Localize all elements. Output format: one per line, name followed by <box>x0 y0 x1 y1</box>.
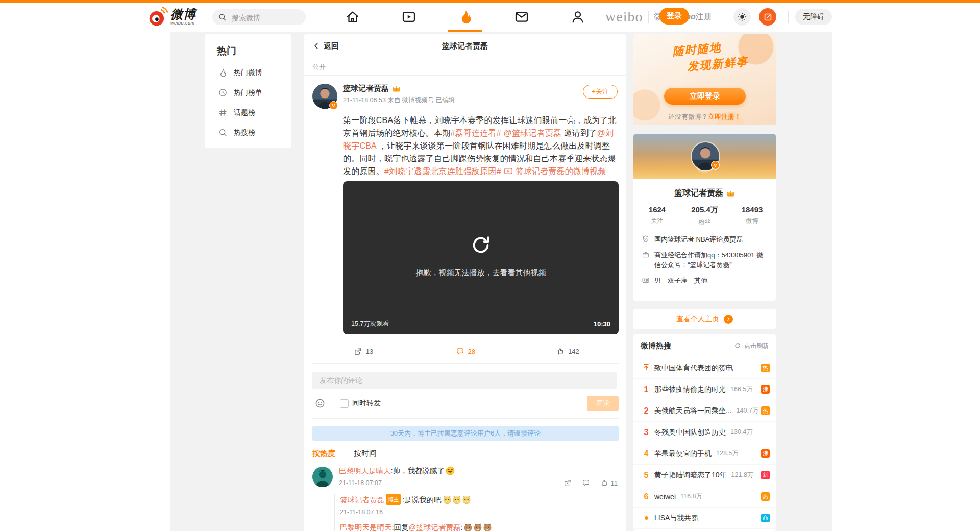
tab-sort-1[interactable]: 按时间 <box>354 449 377 458</box>
video-tab-icon[interactable] <box>401 9 416 25</box>
like-icon <box>556 347 565 356</box>
search-input[interactable] <box>231 9 304 26</box>
video-view-count: 15.7万次观看 <box>351 320 389 328</box>
search-icon <box>218 128 228 137</box>
hot-badge: 沸 <box>761 385 770 394</box>
tab-sort-0[interactable]: 按热度 <box>312 449 335 458</box>
repost-checkbox[interactable] <box>340 399 349 408</box>
hot-search-title-text: 黄子韬陆询暗恋了10年 <box>654 471 727 480</box>
refresh-button[interactable]: 点击刷新 <box>734 342 769 350</box>
hot-search-rank: 2 <box>640 406 653 416</box>
theme-toggle-button[interactable] <box>733 8 751 26</box>
sidebar-menu: 热门微博热门榜单话题榜热搜榜 <box>205 63 291 142</box>
hot-search-item[interactable]: LISA与我共冕商 <box>633 508 776 529</box>
post-link[interactable]: #刘晓宇透露北京连胜强敌原因# <box>384 167 501 176</box>
hot-badge: 热 <box>761 364 770 372</box>
home-tab-icon[interactable] <box>345 9 360 25</box>
hot-search-item[interactable]: 7 谢谢谢霆锋108万新 <box>633 529 776 531</box>
banner-login-button[interactable]: 立即登录 <box>664 88 746 105</box>
comment-like-count: 11 <box>611 479 618 487</box>
back-button[interactable]: 返回 <box>312 41 339 51</box>
hot-search-item[interactable]: 3 冬残奥中国队创造历史130.4万 <box>633 422 776 443</box>
sidebar-item-topic-board[interactable]: 话题榜 <box>205 103 291 123</box>
register-link[interactable]: 立即注册！ <box>708 113 741 120</box>
logo-domain: weibo.com <box>170 21 196 26</box>
post-link[interactable]: @篮球记者贾磊 <box>503 129 561 137</box>
hot-search-item[interactable]: 5 黄子韬陆询暗恋了10年121.8万新 <box>633 465 776 486</box>
hot-search-title-text: 苹果最便宜的手机 <box>654 449 712 458</box>
comment-action[interactable]: 28 <box>414 347 517 356</box>
hot-badge: 商 <box>761 514 770 522</box>
profile-stat-微博[interactable]: 18493微博 <box>728 205 776 226</box>
cat-emoji-icon <box>473 523 482 531</box>
briefcase-icon <box>642 251 650 259</box>
laugh-emoji-icon <box>445 466 454 475</box>
accessibility-button[interactable]: 无障碍 <box>795 9 832 25</box>
share-action[interactable]: 13 <box>312 347 414 356</box>
sidebar-item-hot-search-board[interactable]: 热搜榜 <box>205 123 291 142</box>
messages-tab-icon[interactable] <box>514 9 529 25</box>
post-author-name[interactable]: 篮球记者贾磊 <box>343 84 389 93</box>
comment-username[interactable]: 巴黎明天是晴天 <box>340 523 392 531</box>
hot-search-item[interactable]: 致中国体育代表团的贺电热 <box>633 357 776 379</box>
hot-search-item[interactable]: 1 那些被疫情偷走的时光166.5万沸 <box>633 379 776 400</box>
comment-username[interactable]: 巴黎明天是晴天 <box>339 467 391 475</box>
hot-badge: 热 <box>761 406 770 415</box>
hot-search-rank <box>640 516 653 520</box>
post-timestamp: 21-11-18 06:53 来自 微博视频号 已编辑 <box>343 96 619 105</box>
video-link-icon <box>503 167 513 175</box>
comment-submit-button[interactable]: 评论 <box>587 396 619 411</box>
verified-badge-icon: V <box>329 101 338 110</box>
sidebar-item-hot-board[interactable]: 热门榜单 <box>205 83 291 103</box>
sidebar: 热门 热门微博热门榜单话题榜热搜榜 <box>205 34 291 148</box>
hot-search-count: 121.8万 <box>731 471 754 479</box>
profile-name[interactable]: 篮球记者贾磊 <box>674 188 723 199</box>
hot-search-title-text: LISA与我共冕 <box>654 514 698 523</box>
post-link[interactable]: #磊哥连连看# <box>451 129 501 137</box>
sidebar-item-hot-weibo[interactable]: 热门微博 <box>205 63 291 83</box>
hot-search-item[interactable]: 4 苹果最便宜的手机128.5万沸 <box>633 443 776 465</box>
search-icon <box>218 13 227 21</box>
sun-icon <box>737 12 747 22</box>
refresh-label: 点击刷新 <box>744 342 769 350</box>
post-video-link[interactable]: 篮球记者贾磊的微博视频 <box>503 167 606 176</box>
hot-search-title-text: weiwei <box>654 493 676 501</box>
weibo-logo[interactable]: 微博 weibo.com <box>147 6 196 28</box>
hot-badge: 热 <box>761 492 770 501</box>
profile-stat-关注[interactable]: 1624关注 <box>633 205 681 226</box>
hot-search-item[interactable]: 6 weiwei116.8万热 <box>633 486 776 508</box>
comment: 巴黎明天是晴天:帅，我都说腻了 21-11-18 07:07 11 篮球记者贾磊… <box>312 466 619 531</box>
profile-stats: 1624关注 205.4万粉丝 18493微博 <box>633 205 776 226</box>
owner-badge: 博主 <box>386 494 401 505</box>
compose-icon <box>763 12 773 22</box>
login-button[interactable]: 登录 <box>659 8 689 25</box>
comment-icon[interactable] <box>582 479 590 487</box>
share-icon[interactable] <box>564 479 572 487</box>
compose-button[interactable] <box>759 8 776 26</box>
verified-shield-icon <box>642 235 650 243</box>
chevron-right-icon <box>726 317 731 322</box>
follow-button[interactable]: +关注 <box>583 85 618 99</box>
profile-stat-粉丝[interactable]: 205.4万粉丝 <box>681 205 728 226</box>
hot-tab-icon[interactable] <box>457 9 473 25</box>
post: V 篮球记者贾磊 21-11-18 06:53 来自 微博视频号 已编辑 +关注… <box>304 76 626 531</box>
video-player[interactable]: 抱歉，视频无法播放，去看看其他视频 15.7万次观看 10:30 <box>343 181 619 334</box>
commenter-avatar[interactable] <box>312 467 333 487</box>
hot-search-rank <box>640 363 653 373</box>
comment-input[interactable] <box>312 372 617 389</box>
emoji-picker-icon[interactable] <box>314 398 326 409</box>
post-visibility: 公开 <box>304 58 626 76</box>
comment-username[interactable]: 篮球记者贾磊 <box>340 496 384 504</box>
hot-search-item[interactable]: 2 美俄航天员将一同乘坐...140.7万热 <box>633 400 776 422</box>
hot-search-count: 116.8万 <box>680 492 702 501</box>
like-count: 142 <box>568 348 579 355</box>
main-header: 返回 篮球记者贾磊 <box>304 34 626 58</box>
profile-tab-icon[interactable] <box>570 9 585 25</box>
refresh-icon <box>734 342 741 349</box>
like-action[interactable]: 11 <box>600 479 618 487</box>
mention-link[interactable]: @篮球记者贾磊 <box>409 523 461 531</box>
like-action[interactable]: 142 <box>517 347 619 356</box>
register-hint: 还没有微博？ <box>668 113 708 120</box>
view-profile-button[interactable]: 查看个人主页 <box>633 309 776 329</box>
post-text: 第一阶段CBA落下帷幕，刘晓宇本赛季的发挥让球迷们眼前一亮，成为了北京首钢后场的… <box>343 114 619 178</box>
